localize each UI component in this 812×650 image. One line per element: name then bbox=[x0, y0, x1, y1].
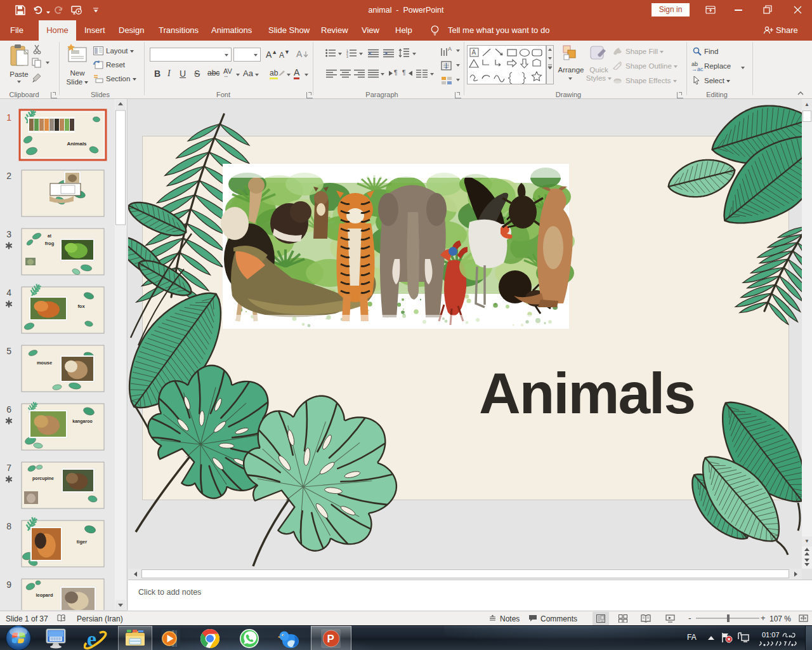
svg-text:4: 4 bbox=[6, 288, 11, 298]
svg-text:9: 9 bbox=[6, 580, 11, 590]
svg-text:P: P bbox=[327, 633, 334, 645]
svg-text:tiger: tiger bbox=[77, 539, 87, 545]
svg-text:6: 6 bbox=[6, 404, 11, 415]
svg-text:A: A bbox=[448, 46, 452, 52]
svg-text:at: at bbox=[48, 234, 52, 238]
svg-text:leopard: leopard bbox=[36, 592, 53, 598]
svg-text:frog: frog bbox=[45, 241, 55, 246]
svg-text:mouse: mouse bbox=[37, 360, 52, 366]
svg-text:3: 3 bbox=[346, 55, 348, 58]
svg-text:fox: fox bbox=[77, 303, 85, 309]
svg-text:Animals: Animals bbox=[67, 141, 87, 147]
svg-text:kangaroo: kangaroo bbox=[72, 419, 93, 424]
svg-text:Animals: Animals bbox=[479, 361, 695, 425]
svg-text:8: 8 bbox=[6, 521, 11, 531]
svg-text:porcupine: porcupine bbox=[32, 476, 54, 481]
svg-text:3: 3 bbox=[6, 229, 11, 239]
svg-text:7: 7 bbox=[6, 463, 11, 473]
svg-text:2: 2 bbox=[6, 171, 11, 181]
svg-text:1: 1 bbox=[6, 112, 11, 123]
svg-text:5: 5 bbox=[6, 346, 11, 356]
svg-text:A: A bbox=[472, 49, 476, 56]
